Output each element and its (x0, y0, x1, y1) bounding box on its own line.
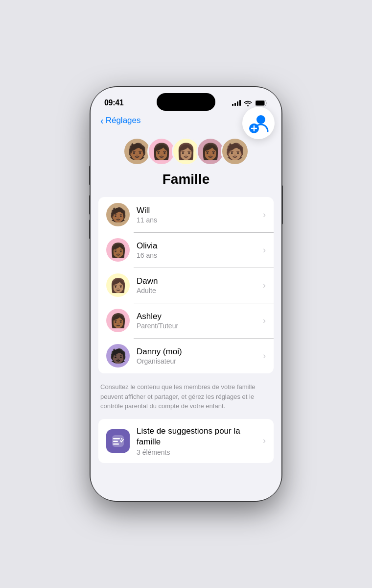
avatars-row: 🧑🏾 👩🏾 👩🏽 👩🏾 (98, 137, 274, 166)
suggestions-item[interactable]: Liste de suggestions pour la famille 3 é… (98, 419, 274, 463)
member-info-danny: Danny (moi) Organisateur (137, 347, 263, 365)
member-name-olivia: Olivia (137, 241, 263, 251)
svg-rect-1 (256, 100, 265, 105)
family-description: Consultez le contenu que les membres de … (98, 380, 274, 419)
signal-bars-icon (232, 100, 241, 106)
svg-rect-5 (113, 438, 120, 440)
member-info-dawn: Dawn Adulte (137, 276, 263, 294)
nav-bar: ‹ Réglages (91, 112, 281, 129)
avatar-will: 🧑🏾 (106, 203, 130, 226)
member-role-olivia: 16 ans (137, 251, 263, 259)
wifi-icon (244, 100, 252, 106)
chevron-right-icon: › (263, 280, 266, 291)
list-item-danny[interactable]: 🧑🏿 Danny (moi) Organisateur › (98, 338, 274, 373)
phone-frame: 09:41 (91, 87, 281, 501)
header-avatar-danny: 🧑🏽 (221, 137, 249, 166)
member-role-dawn: Adulte (137, 287, 263, 294)
svg-rect-8 (121, 438, 122, 440)
member-role-will: 11 ans (137, 216, 263, 224)
status-icons (232, 100, 268, 106)
suggestions-info: Liste de suggestions pour la famille 3 é… (137, 426, 263, 456)
page-title: Famille (98, 172, 274, 187)
svg-point-2 (256, 115, 265, 124)
chevron-right-icon: › (263, 316, 266, 326)
suggestions-card: Liste de suggestions pour la famille 3 é… (98, 419, 274, 463)
back-button[interactable]: ‹ Réglages (100, 116, 141, 125)
member-name-danny: Danny (moi) (137, 347, 263, 357)
back-label: Réglages (106, 116, 141, 125)
svg-rect-6 (113, 441, 118, 442)
list-item-will[interactable]: 🧑🏾 Will 11 ans › (98, 197, 274, 232)
svg-rect-7 (113, 443, 119, 445)
battery-icon (255, 100, 268, 106)
back-chevron-icon: ‹ (100, 116, 104, 125)
list-item-dawn[interactable]: 👩🏽 Dawn Adulte › (98, 268, 274, 303)
suggestions-subtitle: 3 éléments (137, 448, 263, 456)
avatar-dawn: 👩🏽 (106, 273, 130, 297)
suggestions-app-icon (106, 429, 130, 453)
member-name-dawn: Dawn (137, 276, 263, 286)
status-time: 09:41 (104, 98, 123, 107)
member-info-will: Will 11 ans (137, 206, 263, 224)
chevron-right-icon: › (263, 245, 266, 255)
member-role-danny: Organisateur (137, 357, 263, 365)
member-name-will: Will (137, 206, 263, 216)
list-item-olivia[interactable]: 👩🏾 Olivia 16 ans › (98, 232, 274, 268)
member-name-ashley: Ashley (137, 312, 263, 321)
chevron-right-icon: › (263, 351, 266, 361)
avatar-olivia: 👩🏾 (106, 238, 130, 262)
family-list-card: 🧑🏾 Will 11 ans › 👩🏾 (98, 197, 274, 373)
member-info-ashley: Ashley Parent/Tuteur (137, 312, 263, 330)
member-role-ashley: Parent/Tuteur (137, 322, 263, 330)
phone-screen: 09:41 (91, 87, 281, 501)
content-area: 🧑🏾 👩🏾 👩🏽 👩🏾 (91, 129, 281, 494)
dynamic-island (157, 93, 215, 111)
suggestions-title: Liste de suggestions pour la famille (137, 426, 263, 447)
member-info-olivia: Olivia 16 ans (137, 241, 263, 259)
add-person-icon (247, 112, 270, 134)
chevron-right-icon: › (263, 210, 266, 220)
add-member-button[interactable] (242, 107, 275, 139)
chevron-right-icon: › (263, 436, 266, 446)
avatar-ashley: 👩🏾 (106, 309, 130, 332)
list-item-ashley[interactable]: 👩🏾 Ashley Parent/Tuteur › (98, 303, 274, 338)
avatar-danny: 🧑🏿 (106, 344, 130, 368)
phone-wrapper: 09:41 (0, 0, 372, 588)
